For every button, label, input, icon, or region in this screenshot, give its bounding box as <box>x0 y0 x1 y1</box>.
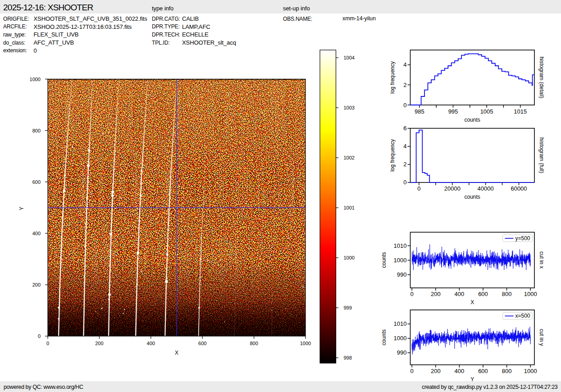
svg-text:600: 600 <box>32 179 41 185</box>
svg-text:6: 6 <box>403 125 406 132</box>
svg-text:1005: 1005 <box>480 108 493 115</box>
svg-text:600: 600 <box>478 368 488 374</box>
svg-text:0: 0 <box>410 368 414 374</box>
svg-text:log frequency: log frequency <box>389 139 396 172</box>
svg-text:1000: 1000 <box>394 335 407 342</box>
svg-text:2: 2 <box>403 82 406 88</box>
svg-text:histogram (full): histogram (full) <box>538 137 545 173</box>
svg-text:400: 400 <box>32 231 41 236</box>
svg-text:990: 990 <box>397 349 407 356</box>
svg-text:200: 200 <box>32 282 41 287</box>
svg-text:200: 200 <box>431 291 441 297</box>
svg-text:counts: counts <box>465 194 480 200</box>
svg-text:Y: Y <box>470 376 474 383</box>
svg-text:0: 0 <box>403 102 406 109</box>
svg-text:600: 600 <box>198 341 206 346</box>
svg-text:0: 0 <box>46 341 49 346</box>
svg-text:1000: 1000 <box>30 77 41 82</box>
svg-text:counts: counts <box>465 117 480 123</box>
svg-text:4: 4 <box>403 61 406 68</box>
svg-text:0: 0 <box>403 179 406 186</box>
svg-text:1004: 1004 <box>344 55 355 60</box>
svg-text:990: 990 <box>397 271 407 278</box>
svg-text:1000: 1000 <box>300 341 311 346</box>
svg-text:cut in x: cut in x <box>538 251 545 269</box>
svg-text:counts: counts <box>381 329 387 345</box>
svg-text:1002: 1002 <box>344 155 355 160</box>
svg-text:1001: 1001 <box>344 205 355 210</box>
svg-text:0: 0 <box>38 333 41 339</box>
svg-text:40000: 40000 <box>478 185 494 192</box>
svg-text:Y: Y <box>18 207 25 210</box>
svg-text:600: 600 <box>478 291 488 297</box>
svg-text:X: X <box>470 299 474 305</box>
svg-text:800: 800 <box>250 341 258 346</box>
svg-text:1000: 1000 <box>524 368 537 374</box>
svg-text:1010: 1010 <box>394 320 407 327</box>
svg-text:1000: 1000 <box>524 291 537 297</box>
svg-text:999: 999 <box>344 305 352 310</box>
svg-text:985: 985 <box>415 108 424 115</box>
svg-text:200: 200 <box>431 368 441 374</box>
svg-text:x=500: x=500 <box>515 313 530 319</box>
svg-text:998: 998 <box>344 355 352 360</box>
svg-text:0: 0 <box>417 185 420 192</box>
svg-text:800: 800 <box>32 128 41 133</box>
svg-text:cut in y: cut in y <box>538 329 545 346</box>
svg-text:20000: 20000 <box>444 185 461 192</box>
svg-text:0: 0 <box>410 291 414 297</box>
svg-text:1000: 1000 <box>394 257 407 264</box>
svg-text:400: 400 <box>455 291 465 297</box>
svg-text:X: X <box>175 350 178 356</box>
svg-text:4: 4 <box>403 143 406 150</box>
svg-text:y=500: y=500 <box>515 235 530 242</box>
svg-text:1015: 1015 <box>514 108 527 115</box>
svg-text:histogram (detail): histogram (detail) <box>538 57 545 99</box>
svg-text:800: 800 <box>502 291 512 297</box>
svg-text:995: 995 <box>448 108 458 115</box>
svg-text:60000: 60000 <box>511 185 527 192</box>
svg-text:1003: 1003 <box>344 105 355 110</box>
svg-text:1000: 1000 <box>344 255 355 260</box>
svg-text:400: 400 <box>147 341 155 346</box>
svg-text:log frequency: log frequency <box>389 61 396 94</box>
svg-text:400: 400 <box>455 368 465 374</box>
svg-text:800: 800 <box>502 368 512 374</box>
svg-text:200: 200 <box>95 341 103 346</box>
svg-text:counts: counts <box>381 252 387 268</box>
svg-text:1010: 1010 <box>394 242 407 249</box>
svg-text:2: 2 <box>403 161 406 168</box>
